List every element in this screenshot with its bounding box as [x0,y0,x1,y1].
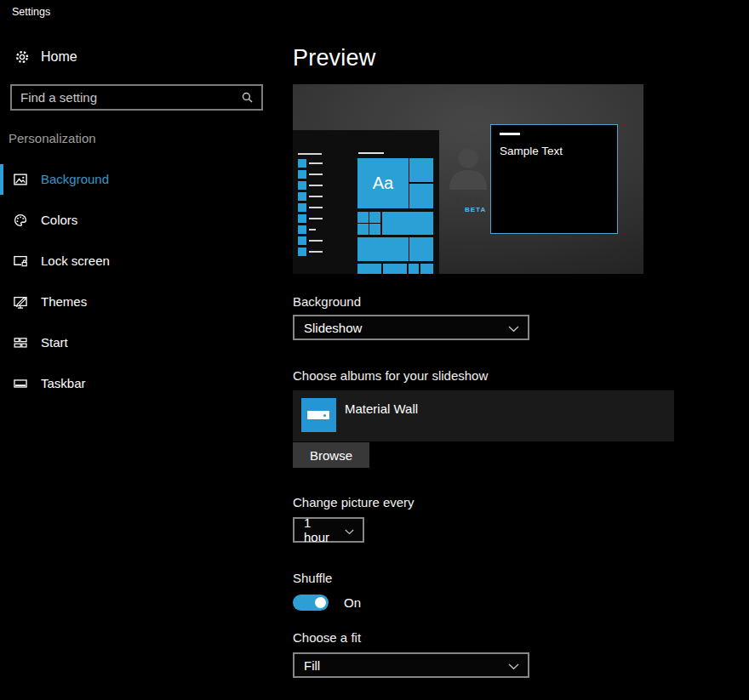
person-silhouette-icon [448,147,489,190]
palette-icon [13,213,28,228]
album-name: Material Wall [345,401,418,416]
start-tiles-icon [13,335,28,350]
chevron-down-icon [345,523,354,538]
preview-image: Aa You BETA Sample Text [293,84,643,274]
mock-app-square [298,236,306,245]
mock-dash [309,218,323,219]
search-input[interactable] [12,90,240,105]
mock-dash [309,174,323,175]
shuffle-state-label: On [344,595,361,610]
mock-app-square [298,192,306,201]
sidebar-item-lock-screen[interactable]: Lock screen [0,244,281,278]
mock-tile [409,184,433,208]
start-menu-mock: Aa [293,130,439,274]
mock-dash [309,162,323,164]
change-picture-dropdown-value: 1 hour [304,515,338,544]
mock-app-square [298,181,306,190]
avatar-beta-badge: BETA [465,206,486,213]
mock-tile [409,237,433,261]
taskbar-icon [13,376,28,391]
mock-app-square [298,214,306,223]
mock-dash [298,153,322,155]
fit-dropdown-value: Fill [304,658,320,673]
search-box[interactable] [10,84,263,111]
mock-dash [309,185,323,186]
background-label: Background [293,294,361,309]
mock-tile [357,264,381,274]
fit-dropdown[interactable]: Fill [293,652,529,678]
page-title: Preview [293,45,375,71]
chevron-down-icon [508,658,519,673]
lock-screen-icon [13,253,28,269]
background-dropdown-value: Slideshow [304,321,362,335]
preview-avatar: You BETA [448,147,489,215]
chevron-down-icon [508,321,519,335]
choose-fit-label: Choose a fit [293,630,361,645]
mock-tile [357,224,369,235]
mock-dash [309,251,323,253]
sample-window-titlebar-dash [500,133,520,135]
shuffle-toggle[interactable] [293,595,329,611]
sidebar-item-start[interactable]: Start [0,326,281,360]
mock-app-square [298,225,306,234]
sidebar-section-header: Personalization [9,131,96,145]
toggle-knob [315,597,326,608]
preview-sample-window: Sample Text [490,124,618,234]
browse-button[interactable]: Browse [293,442,369,468]
mock-dash [309,207,323,208]
mock-tile [369,212,380,223]
mock-dash [309,240,323,242]
choose-albums-label: Choose albums for your slideshow [293,368,488,383]
mock-tile [420,264,433,274]
change-picture-label: Change picture every [293,495,415,509]
picture-icon [13,172,28,187]
mock-tile [357,212,369,223]
sidebar-item-themes[interactable]: Themes [0,285,281,319]
sidebar-item-background[interactable]: Background [0,162,281,196]
mock-tile [409,158,433,182]
themes-icon [13,294,28,310]
album-thumbnail-image-glyph [307,411,329,419]
selection-indicator [0,164,3,195]
album-thumbnail [301,398,336,432]
settings-window: Settings Home Personalization [0,0,749,700]
sidebar-item-colors[interactable]: Colors [0,203,281,237]
mock-tile [369,224,380,235]
mock-dash [309,196,323,197]
mock-app-square [298,170,306,179]
mock-app-square [298,159,306,168]
search-icon[interactable] [240,90,254,105]
shuffle-label: Shuffle [293,571,332,585]
sidebar-item-home[interactable]: Home [0,44,281,70]
mock-app-square [298,248,306,256]
window-title: Settings [12,6,50,18]
mock-tile [357,237,409,261]
mock-dash [309,229,316,230]
album-list-item[interactable]: Material Wall [293,390,674,441]
mock-tile [383,264,407,274]
mock-tile [409,264,419,274]
mock-tile [382,212,433,235]
home-label: Home [41,49,77,65]
background-dropdown[interactable]: Slideshow [293,315,529,340]
change-picture-dropdown[interactable]: 1 hour [293,517,364,543]
mock-tile-letters: Aa [357,158,409,208]
mock-app-square [298,203,306,212]
gear-icon [14,49,30,65]
sample-window-text: Sample Text [500,145,563,157]
mock-dash [358,152,384,154]
sidebar-item-taskbar[interactable]: Taskbar [0,367,281,401]
